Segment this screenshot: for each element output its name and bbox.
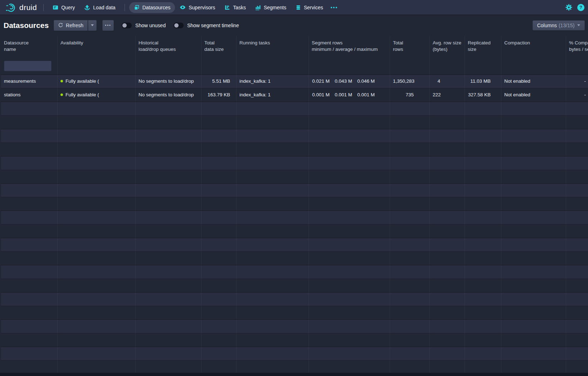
toggle-track — [122, 23, 132, 28]
help-icon[interactable]: ? — [577, 4, 584, 11]
column-header-label: Availability — [60, 40, 132, 46]
empty-cell — [390, 252, 429, 265]
empty-cell — [465, 156, 501, 170]
empty-cell — [429, 116, 465, 129]
empty-cell — [429, 143, 465, 156]
column-header-availability[interactable]: Availability — [57, 36, 135, 57]
empty-cell — [308, 306, 390, 319]
empty-cell — [465, 238, 501, 251]
gear-icon[interactable] — [565, 4, 572, 11]
column-header-label: rows — [393, 46, 427, 53]
empty-cell — [501, 361, 566, 374]
empty-cell — [465, 116, 501, 129]
druid-logo[interactable]: druid — [4, 2, 39, 13]
segments-link[interactable]: 1 segment — [60, 101, 132, 102]
segments-link[interactable]: 32 segments — [60, 88, 132, 88]
column-header-total_data_size[interactable]: Totaldata size — [201, 36, 236, 57]
empty-row — [1, 143, 588, 156]
empty-cell — [465, 265, 501, 279]
column-header-label: Total — [393, 40, 427, 46]
empty-cell — [465, 129, 501, 143]
cell-name: measurements — [1, 75, 57, 88]
nav-tab-segments[interactable]: Segments — [251, 2, 291, 13]
empty-cell — [236, 143, 308, 156]
empty-cell — [566, 279, 588, 292]
column-header-label: Total — [204, 40, 233, 46]
empty-cell — [135, 238, 201, 251]
empty-cell — [465, 293, 501, 306]
column-header-avg_row_size[interactable]: Avg. row size(bytes) — [429, 36, 465, 57]
nav-tab-datasources[interactable]: Datasources — [129, 2, 175, 13]
column-header-total_rows[interactable]: Totalrows — [390, 36, 429, 57]
empty-row — [1, 211, 588, 225]
column-header-label: Running tasks — [239, 40, 306, 46]
segment-rows-value: 0.021 M — [312, 75, 330, 88]
show-segment-timeline-toggle[interactable]: Show segment timeline — [174, 23, 239, 28]
column-header-load_drop[interactable]: Historicalload/drop queues — [135, 36, 201, 57]
filter-cell — [57, 57, 135, 74]
column-header-compaction[interactable]: Compaction — [501, 36, 566, 57]
column-header-label: name — [4, 46, 54, 53]
column-header-running_tasks[interactable]: Running tasks — [236, 36, 308, 57]
empty-cell — [201, 347, 236, 360]
empty-cell — [135, 170, 201, 183]
horizontal-scrollbar[interactable] — [0, 373, 588, 376]
nav-tab-label: Load data — [93, 5, 115, 10]
columns-button[interactable]: Columns (13/15) — [533, 20, 585, 30]
more-actions-button[interactable]: ••• — [102, 20, 114, 31]
empty-cell — [1, 102, 57, 115]
empty-cell — [236, 265, 308, 279]
cell-compaction: Not enabled — [501, 75, 566, 88]
empty-cell — [390, 293, 429, 306]
column-header-segment_rows[interactable]: Segment rowsminimum / average / maximum — [308, 36, 390, 57]
empty-cell — [201, 293, 236, 306]
nav-more-button[interactable]: ••• — [328, 3, 341, 12]
column-header-pct_compacted[interactable]: % Compacbytes / seg — [566, 36, 588, 57]
nav-tab-label: Supervisors — [189, 5, 215, 10]
query-icon — [53, 5, 58, 10]
nav-tab-supervisors[interactable]: Supervisors — [175, 2, 220, 13]
empty-cell — [1, 293, 57, 306]
nav-tab-services[interactable]: Services — [291, 2, 328, 13]
filter-cell — [135, 57, 201, 74]
nav-tab-query[interactable]: Query — [48, 2, 79, 13]
show-unused-toggle[interactable]: Show unused — [122, 23, 166, 28]
table-row-measurements[interactable]: measurementsFully available (32 segments… — [1, 75, 588, 88]
empty-cell — [57, 265, 135, 279]
empty-cell — [1, 265, 57, 279]
refresh-dropdown-button[interactable] — [88, 20, 97, 31]
empty-cell — [429, 197, 465, 211]
empty-row — [1, 238, 588, 252]
empty-cell — [566, 238, 588, 251]
column-header-name[interactable]: Datasourcename — [1, 36, 57, 57]
column-header-replicated_size[interactable]: Replicatedsize — [465, 36, 501, 57]
empty-cell — [1, 347, 57, 360]
refresh-button[interactable]: Refresh — [54, 20, 88, 31]
empty-cell — [135, 361, 201, 374]
empty-cell — [501, 102, 566, 115]
empty-cell — [236, 129, 308, 143]
segment-rows-value: 0.046 M — [357, 75, 375, 88]
empty-row — [1, 102, 588, 116]
empty-cell — [566, 116, 588, 129]
segment-rows-value: 0.001 M — [357, 88, 375, 101]
table-header-row: DatasourcenameAvailabilityHistoricalload… — [1, 36, 588, 57]
empty-cell — [57, 347, 135, 360]
cell-running_tasks: index_kafka: 1 — [236, 88, 308, 102]
numeric-value: - — [569, 75, 586, 88]
nav-tab-tasks[interactable]: Tasks — [220, 2, 251, 13]
datasource-filter-input[interactable] — [4, 61, 52, 71]
empty-cell — [135, 197, 201, 211]
empty-cell — [201, 156, 236, 170]
filter-cell — [201, 57, 236, 74]
empty-cell — [135, 306, 201, 319]
empty-cell — [57, 333, 135, 347]
empty-cell — [201, 238, 236, 251]
table-row-stations[interactable]: stationsFully available (1 segment)No se… — [1, 88, 588, 102]
empty-cell — [465, 143, 501, 156]
empty-cell — [236, 238, 308, 251]
nav-tab-label: Services — [304, 5, 323, 10]
empty-cell — [135, 102, 201, 115]
numeric-value: 163.79 KB — [204, 88, 230, 101]
nav-tab-load-data[interactable]: Load data — [79, 2, 120, 13]
